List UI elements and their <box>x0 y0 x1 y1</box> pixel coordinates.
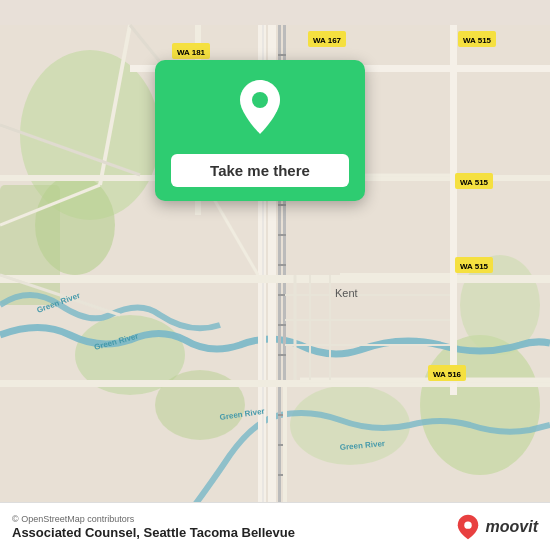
svg-point-7 <box>420 335 540 475</box>
bottom-bar: © OpenStreetMap contributors Associated … <box>0 502 550 550</box>
svg-text:WA 515: WA 515 <box>460 178 489 187</box>
moovit-icon <box>454 513 482 541</box>
svg-rect-33 <box>0 275 550 283</box>
svg-point-74 <box>464 521 471 528</box>
osm-credit: © OpenStreetMap contributors <box>12 514 295 524</box>
svg-text:WA 515: WA 515 <box>463 36 492 45</box>
moovit-text: moovit <box>486 518 538 536</box>
pin-icon <box>235 78 285 138</box>
bottom-bar-info: © OpenStreetMap contributors Associated … <box>12 514 295 540</box>
location-card: Take me there <box>155 60 365 201</box>
svg-text:WA 181: WA 181 <box>177 48 206 57</box>
svg-text:WA 167: WA 167 <box>313 36 342 45</box>
svg-rect-35 <box>450 25 457 395</box>
map-container: WA 167 WA 181 WA 181 WA 515 WA 515 WA 51… <box>0 0 550 550</box>
svg-point-73 <box>252 92 268 108</box>
take-me-there-button[interactable]: Take me there <box>171 154 349 187</box>
svg-text:WA 516: WA 516 <box>433 370 462 379</box>
moovit-logo: moovit <box>454 513 538 541</box>
svg-text:WA 515: WA 515 <box>460 262 489 271</box>
svg-text:Kent: Kent <box>335 287 358 299</box>
location-name: Associated Counsel, Seattle Tacoma Belle… <box>12 525 295 540</box>
